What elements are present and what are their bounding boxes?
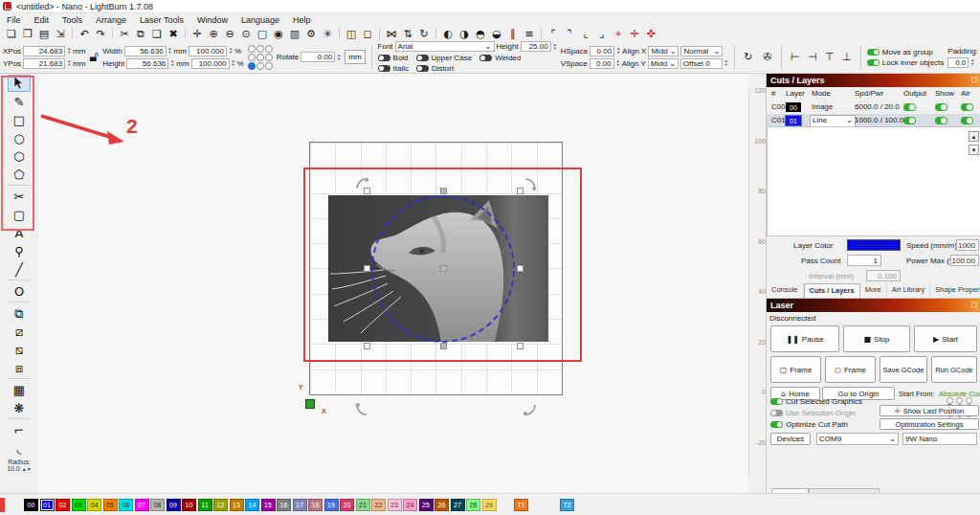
tab-shape-properties[interactable]: Shape Properties (930, 283, 980, 298)
palette-swatch-21[interactable]: 21 (356, 499, 370, 511)
redo-icon[interactable]: ↷ (93, 27, 108, 41)
tab-more[interactable]: More (860, 283, 887, 298)
palette-swatch-10[interactable]: 10 (182, 499, 196, 511)
anchor-cell-0-2[interactable] (265, 45, 273, 53)
delete-icon[interactable]: ✖ (166, 27, 181, 41)
align-edge-right-icon[interactable]: ⊣ (805, 50, 820, 64)
xpos-input[interactable]: 24.683 (23, 46, 65, 56)
position-laser-tool[interactable]: ⚲ (8, 242, 31, 259)
palette-swatch-24[interactable]: 24 (403, 499, 417, 511)
width-input[interactable]: 56.636 (124, 46, 167, 56)
palette-swatch-01[interactable]: 01 (40, 499, 55, 511)
ellipse-tool[interactable]: ○ (8, 129, 31, 146)
palette-swatch-09[interactable]: 09 (167, 499, 181, 511)
padding-input[interactable]: 0.0 (947, 57, 969, 68)
show-toggle[interactable] (935, 117, 947, 124)
menu-laser-tools[interactable]: Laser Tools (133, 13, 190, 26)
palette-swatch-29[interactable]: 29 (482, 499, 497, 511)
group-icon[interactable]: ◫ (344, 27, 359, 41)
height-spinner[interactable]: ▲▼ (170, 59, 174, 67)
align-y-combo[interactable]: Midd⌄ (648, 58, 679, 69)
selection-handle[interactable] (517, 343, 523, 349)
use-selection-origin-toggle[interactable]: Use Selection Origin (770, 409, 856, 417)
menu-window[interactable]: Window (190, 13, 234, 26)
flip-horizontal-icon[interactable]: ⋈ (384, 27, 399, 41)
anchor-point-grid[interactable] (248, 45, 273, 70)
align-bottom-icon[interactable]: ◒ (489, 27, 504, 41)
speed-input[interactable]: 1000 (956, 239, 979, 251)
output-toggle[interactable] (903, 103, 916, 111)
palette-swatch-08[interactable]: 08 (150, 499, 165, 511)
layer-row-C00[interactable]: C00 00 Image 6000.0 / 20.0 (767, 101, 980, 114)
preview-icon[interactable]: ▥ (287, 27, 302, 41)
paste-icon[interactable]: ❑ (149, 27, 165, 41)
tab-art-library[interactable]: Art Library (887, 283, 931, 298)
zoom-in-icon[interactable]: ⊕ (206, 27, 221, 41)
layer-color-chip[interactable]: 01 (786, 116, 801, 125)
font-family-combo[interactable]: Arial⌄ (395, 41, 495, 52)
tab-cuts-layers[interactable]: Cuts / Layers (804, 283, 860, 298)
cut-shapes-tool[interactable]: ✂ (8, 188, 31, 205)
palette-swatch-27[interactable]: 27 (451, 499, 465, 511)
layer-row-C01[interactable]: C01 01 Line⌄ 1000.0 / 100.0 (767, 114, 980, 127)
selection-handle[interactable] (440, 343, 447, 349)
circular-array-tool[interactable]: ❋ (8, 399, 31, 416)
stop-button[interactable]: ■Stop (843, 325, 910, 352)
width-spinner[interactable]: ▲▼ (168, 47, 172, 55)
text-tool[interactable]: A (8, 224, 31, 241)
welded-toggle[interactable]: Welded (479, 54, 521, 62)
port-combo[interactable]: COM9⌄ (816, 433, 899, 445)
show-last-position-button[interactable]: ✛Show Last Position (880, 405, 979, 416)
radius-input[interactable]: 10.0 ▲▼ (0, 465, 38, 472)
width-pct-spinner[interactable]: ▲▼ (229, 47, 233, 55)
palette-swatch-28[interactable]: 28 (466, 499, 480, 511)
measure-tool[interactable]: ╱ (8, 260, 31, 278)
rotate-input[interactable]: 0.00 (301, 52, 335, 62)
polygon-tool[interactable]: ⬡ (8, 147, 31, 165)
italic-toggle[interactable]: Italic (378, 64, 409, 73)
selection-handle[interactable] (517, 188, 523, 194)
palette-swatch-02[interactable]: 02 (56, 499, 70, 511)
start-button[interactable]: ▶Start (914, 325, 977, 352)
palette-swatch-05[interactable]: 05 (103, 499, 118, 511)
height-input[interactable]: 56.636 (126, 58, 168, 69)
palette-swatch-23[interactable]: 23 (388, 499, 402, 511)
undo-icon[interactable]: ↶ (77, 27, 92, 41)
lock-aspect-icon[interactable]: 🔓︎ (89, 50, 99, 64)
anchor-cell-1-2[interactable] (265, 54, 273, 61)
job-origin-cell-0-2[interactable] (966, 397, 972, 404)
selection-handle[interactable] (440, 265, 447, 272)
selection-handle[interactable] (440, 188, 447, 194)
tab-console[interactable]: Console (767, 283, 804, 298)
layer-list-area[interactable] (767, 126, 980, 236)
edit-canvas[interactable]: Y X (38, 74, 748, 493)
move-to-center-icon[interactable]: ⌖ (611, 27, 626, 41)
open-file-icon[interactable]: ❒ (20, 27, 35, 41)
offset-spinner[interactable]: ▲▼ (724, 59, 728, 67)
frame-selection-icon[interactable]: ▢ (255, 27, 270, 41)
units-button[interactable]: mm (345, 50, 365, 64)
optimization-settings-button[interactable]: Optimization Settings (880, 418, 979, 430)
cut-icon[interactable]: ✂ (117, 27, 132, 41)
palette-swatch-26[interactable]: 26 (434, 499, 449, 511)
menu-language[interactable]: Language (234, 13, 286, 26)
align-right-icon[interactable]: ◑ (457, 27, 472, 41)
job-origin-cell-0-1[interactable] (956, 397, 963, 404)
new-file-icon[interactable]: ❏ (4, 27, 19, 41)
hspace-spinner[interactable]: ▲▼ (616, 47, 620, 55)
anchor-cell-0-0[interactable] (248, 45, 256, 53)
layer-up-button[interactable]: ▲ (969, 131, 979, 142)
save-gcode-button[interactable]: Save GCode (880, 356, 927, 383)
palette-swatch-19[interactable]: 19 (324, 499, 339, 511)
boolean-intersect-tool[interactable]: ⧅ (8, 341, 31, 358)
rotate-icon[interactable]: ↻ (416, 27, 432, 41)
air-toggle[interactable] (961, 103, 973, 111)
move-upper-right-icon[interactable]: ⌝ (562, 27, 577, 41)
boolean-subtract-tool[interactable]: ⧄ (8, 323, 31, 340)
palette-swatch-11[interactable]: 11 (198, 499, 212, 511)
palette-swatch-T2[interactable]: T2 (560, 499, 574, 511)
height-pct-spinner[interactable]: ▲▼ (232, 59, 235, 67)
palette-swatch-06[interactable]: 06 (119, 499, 133, 511)
ungroup-icon[interactable]: ◻ (360, 27, 375, 41)
anchor-cell-2-1[interactable] (256, 62, 264, 70)
